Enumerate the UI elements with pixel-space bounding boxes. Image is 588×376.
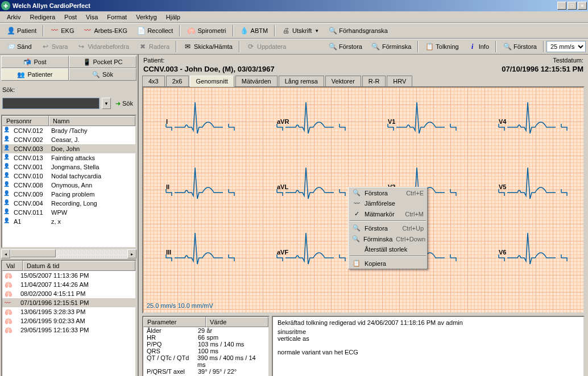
patient-button[interactable]: 👤Patient [2,24,40,37]
menu-arkiv[interactable]: Arkiv [2,12,25,22]
test-row[interactable]: 🫁 12/06/1995 9:02:33 AM [2,316,135,325]
utskrift-button[interactable]: 🖨Utskrift▼ [278,24,323,37]
spirometri-button[interactable]: 🫁Spirometri [183,24,230,37]
menu-visa[interactable]: Visa [81,12,102,22]
nav-post[interactable]: 📬Post [1,56,69,68]
param-row: P/QRS/T axel 39° / 95° / 22° [143,368,268,375]
tab-genomsnitt[interactable]: Genomsnitt [190,76,234,87]
test-row[interactable]: 〰 07/10/1996 12:15:51 PM [2,298,135,307]
ecg-lead-wave [388,102,456,133]
patient-row-name: Doe, John [51,145,134,152]
scale-select[interactable]: 25 mm/s [546,41,586,52]
test-row[interactable]: 🫁 11/04/2007 11:44:26 AM [2,280,135,289]
context-menu-item[interactable]: 🔍 Förstora Ctrl+Up [349,223,427,233]
test-row-date: 15/05/2007 11:13:36 PM [20,272,133,279]
tab-4x3[interactable]: 4x3 [142,76,165,86]
tab-2x6[interactable]: 2x6 [166,76,189,86]
skicka-button[interactable]: ✉Skicka/Hämta [179,40,237,53]
test-row-date: 11/04/2007 11:44:26 AM [20,281,133,288]
search-dropdown[interactable]: ▼ [102,98,111,109]
context-menu-item[interactable]: ✓ Mätmarkör Ctrl+M [349,208,427,219]
tolkning-button[interactable]: 📋Tolkning [421,40,462,53]
abtm-button[interactable]: 💧ABTM [236,24,272,37]
heart-icon: 〰 [50,26,59,35]
menu-redigera[interactable]: Redigera [25,12,60,22]
patient-row-name: Brady /Tachy [51,127,134,134]
search-input[interactable] [2,98,100,109]
tab-vektorer[interactable]: Vektorer [325,76,361,86]
param-row: QT / QTc / QTd 390 ms / 400 ms / 14 ms [143,354,268,368]
patient-row[interactable]: 👤 CCNV.012 Brady /Tachy [2,126,135,135]
menu-hjalp[interactable]: Hjälp [162,12,185,22]
forward-icon: ↪ [77,42,86,51]
nav-pocket[interactable]: 📱Pocket PC [69,56,136,68]
radera-button[interactable]: ✖Radera [134,40,173,53]
context-menu-item[interactable]: 📋 Kopiera [349,258,427,269]
context-menu-item[interactable]: 🔍 Förstora Ctrl+E [349,187,427,198]
context-menu-item[interactable]: Återställ storlek [349,244,427,254]
ekg-button[interactable]: 〰EKG [46,24,78,37]
toolbar-secondary: 📨Sänd ↩Svara ↪Vidarebefordra ✖Radera ✉Sk… [0,39,588,55]
menu-post[interactable]: Post [60,12,81,22]
printer-icon: 🖨 [281,26,291,35]
minimize-button[interactable]: _ [557,2,566,10]
test-row-icon: 🫁 [5,317,20,325]
patient-row[interactable]: 👤 CCNV.003 Doe, John [2,144,135,153]
nav-sok[interactable]: 🔍Sök [69,68,136,81]
tab-matvarden[interactable]: Mätvärden [235,76,278,86]
preview-button[interactable]: 🔍Förhandsgranska [324,24,392,37]
uppdatera-button[interactable]: ⟳Uppdatera [242,40,290,53]
patient-row-icon: 👤 [3,145,11,153]
patient-row[interactable]: 👤 CCNV.001 Jongmans, Stella [2,162,135,172]
header-namn[interactable]: Namn [49,116,135,126]
patient-row[interactable]: 👤 CCNV.010 Nodal tachycardia [2,172,135,181]
tab-hrv[interactable]: HRV [387,76,412,86]
header-varde[interactable]: Värde [206,317,268,327]
context-menu-item[interactable]: 🔍 Förminska Ctrl+Down [349,233,427,244]
svara-button[interactable]: ↩Svara [37,40,72,53]
menu-format[interactable]: Format [102,12,131,22]
patient-row[interactable]: 👤 CCNV.009 Pacing problem [2,190,135,199]
patient-row[interactable]: 👤 CCNV.008 Onymous, Ann [2,181,135,190]
delete-icon: ✖ [138,42,147,51]
patient-row-name: Fainting attacks [51,154,134,161]
arbets-ekg-button[interactable]: 〰Arbets-EKG [79,24,131,37]
forminska-button[interactable]: 🔍Förminska [367,40,415,53]
info-button[interactable]: iInfo [464,40,493,53]
ecg-lead-wave [499,233,567,264]
header-personnr[interactable]: Personnr [2,116,49,126]
close-button[interactable]: × [578,2,587,10]
patient-row[interactable]: 👤 CCNV.004 Recording, Long [2,199,135,208]
forstora2-button[interactable]: 🔍Förstora [499,40,541,53]
menu-verktyg[interactable]: Verktyg [131,12,162,22]
tab-lang-remsa[interactable]: Lång remsa [279,76,324,86]
header-parameter[interactable]: Parameter [143,317,206,327]
search-button[interactable]: ➜Sök [113,99,135,108]
interpretation-line: sinusritme [278,328,579,335]
patient-row[interactable]: 👤 CCNV.002 Ceasar, J. [2,135,135,144]
test-row[interactable]: 🫁 13/06/1995 3:28:33 PM [2,307,135,316]
test-row[interactable]: 🫁 08/02/2000 4:15:11 PM [2,289,135,298]
patient-row[interactable]: 👤 CCNV.013 Fainting attacks [2,153,135,162]
test-row[interactable]: 🫁 29/05/1995 12:16:33 PM [2,325,135,335]
patient-scrollbar[interactable]: ◂ ▸ [1,249,136,258]
patient-row[interactable]: 👤 A1 z, x [2,217,135,226]
interpretation-line [278,342,579,349]
patient-row[interactable]: 👤 CCNV.011 WPW [2,208,135,217]
vidare-button[interactable]: ↪Vidarebefordra [73,40,133,53]
recollect-button[interactable]: 📄Recollect [132,24,177,37]
tab-rr[interactable]: R-R [362,76,386,86]
header-date[interactable]: Datum & tid [23,261,135,271]
ecg-view[interactable]: IaVRV1V4IIaVLV2V5IIIaVFV3V6 25.0 mm/s 10… [142,86,585,314]
search-icon: 🔍 [92,71,100,78]
view-tabs: 4x3 2x6 Genomsnitt Mätvärden Lång remsa … [140,76,587,86]
forstora-button[interactable]: 🔍Förstora [324,40,366,53]
test-row[interactable]: 🫁 15/05/2007 11:13:36 PM [2,271,135,280]
maximize-button[interactable]: □ [568,2,577,10]
header-val[interactable]: Val [2,261,23,271]
ctx-icon: ✓ [352,210,361,218]
nav-patienter[interactable]: 👥Patienter [1,68,69,81]
context-menu-item[interactable]: 〰 Jämförelse [349,198,427,208]
sand-button[interactable]: 📨Sänd [2,40,36,53]
param-row: HR 66 spm [143,334,268,341]
